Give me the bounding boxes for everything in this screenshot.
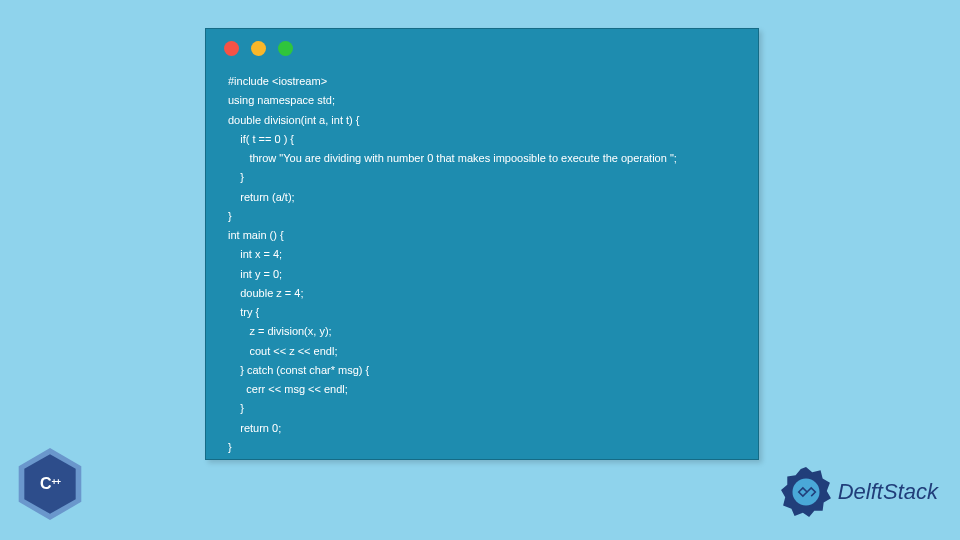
cpp-label: C++	[40, 475, 60, 493]
brand-name: DelftStack	[838, 479, 938, 505]
maximize-icon[interactable]	[278, 41, 293, 56]
minimize-icon[interactable]	[251, 41, 266, 56]
brand-logo: DelftStack	[780, 466, 938, 518]
window-controls	[206, 29, 758, 60]
code-window: #include <iostream> using namespace std;…	[205, 28, 759, 460]
close-icon[interactable]	[224, 41, 239, 56]
cpp-badge: C++	[18, 448, 82, 520]
code-content: #include <iostream> using namespace std;…	[206, 60, 758, 469]
cpp-letter: C	[40, 475, 52, 493]
cpp-plus: ++	[52, 477, 61, 487]
gear-icon	[780, 466, 832, 518]
